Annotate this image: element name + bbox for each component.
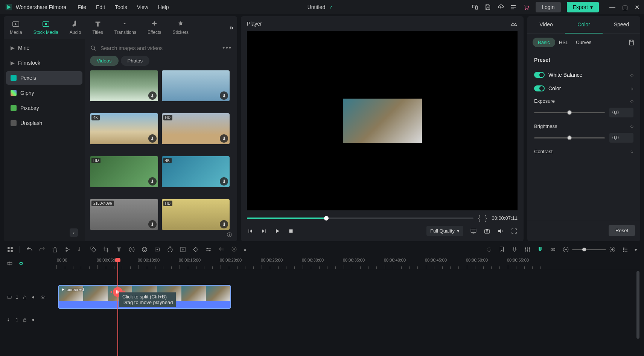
volume-icon[interactable]: [497, 228, 504, 234]
crop-icon[interactable]: [103, 246, 110, 253]
menu-view[interactable]: View: [137, 4, 148, 10]
split-icon[interactable]: [64, 246, 71, 253]
dropdown-icon[interactable]: ▾: [635, 247, 637, 253]
mark-out-icon[interactable]: }: [485, 214, 487, 222]
document-title[interactable]: Untitled: [308, 4, 325, 10]
scope-icon[interactable]: [510, 20, 518, 27]
info-icon[interactable]: ⓘ: [227, 231, 232, 238]
download-icon[interactable]: ⬇: [220, 177, 228, 186]
download-icon[interactable]: ⬇: [220, 220, 228, 228]
list-icon[interactable]: [510, 4, 517, 11]
zoom-thumb[interactable]: [582, 248, 586, 251]
keyframe-icon[interactable]: [629, 149, 634, 154]
tab-transitions[interactable]: Transitions: [112, 18, 139, 37]
media-thumb[interactable]: ⬇: [162, 70, 230, 101]
magnet-icon[interactable]: [537, 246, 544, 253]
snapshot-icon[interactable]: [484, 228, 490, 234]
view-options-icon[interactable]: [622, 246, 629, 253]
progress-thumb[interactable]: [324, 216, 329, 221]
stop-icon[interactable]: [288, 228, 294, 234]
timeline-scrollbar[interactable]: [636, 271, 639, 339]
sidebar-item-filmstock[interactable]: ▶Filmstock: [6, 56, 82, 70]
player-viewport[interactable]: [247, 31, 518, 210]
keyframe-icon[interactable]: [629, 72, 634, 77]
menu-file[interactable]: File: [78, 4, 86, 10]
quality-dropdown[interactable]: Full Quality▾: [426, 226, 463, 236]
devices-icon[interactable]: [472, 4, 478, 11]
login-button[interactable]: Login: [536, 2, 560, 12]
more-options-icon[interactable]: •••: [222, 44, 232, 52]
expand-tabs-icon[interactable]: »: [230, 24, 233, 32]
tab-stock-media[interactable]: Stock Media: [31, 18, 61, 37]
undo-icon[interactable]: [26, 246, 33, 253]
minimize-icon[interactable]: —: [609, 4, 615, 11]
sidebar-item-mine[interactable]: ▶Mine: [6, 41, 82, 55]
fit-icon[interactable]: [180, 246, 186, 253]
tab-audio[interactable]: Audio: [67, 18, 84, 37]
search-input[interactable]: [100, 45, 219, 51]
subtab-curves[interactable]: Curves: [576, 40, 591, 45]
link-tracks-icon[interactable]: [18, 260, 24, 266]
video-track-header[interactable]: 1: [4, 284, 56, 310]
brightness-value[interactable]: 0,0: [609, 133, 633, 143]
media-thumb[interactable]: ⬇: [90, 70, 158, 101]
save-icon[interactable]: [484, 4, 491, 11]
keyframe-tool-icon[interactable]: [192, 246, 199, 253]
timer-icon[interactable]: [167, 246, 174, 253]
cloud-icon[interactable]: [497, 4, 504, 11]
timeline-tracks-area[interactable]: :00:0000:00:05:0000:00:10:0000:00:15:000…: [56, 258, 640, 356]
download-icon[interactable]: ⬇: [148, 220, 157, 228]
sidebar-item-unsplash[interactable]: Unsplash: [6, 116, 82, 130]
slider-thumb[interactable]: [567, 135, 572, 140]
download-icon[interactable]: ⬇: [148, 134, 157, 143]
save-preset-icon[interactable]: [628, 39, 635, 46]
link-icon[interactable]: [550, 246, 556, 253]
zoom-out-icon[interactable]: [562, 246, 569, 253]
mixer-icon[interactable]: [524, 246, 531, 253]
visibility-icon[interactable]: [40, 295, 46, 300]
keyframe-icon[interactable]: [629, 86, 634, 91]
speed-icon[interactable]: [128, 246, 135, 253]
subtab-hsl[interactable]: HSL: [559, 40, 568, 45]
zoom-in-icon[interactable]: [609, 246, 616, 253]
mute-icon[interactable]: [31, 295, 37, 300]
toggle-color[interactable]: [534, 85, 545, 91]
reset-button[interactable]: Reset: [609, 225, 635, 236]
adjust-icon[interactable]: [205, 246, 212, 253]
media-thumb[interactable]: 4K⬇: [90, 113, 158, 144]
audio-track-header[interactable]: 1: [4, 310, 56, 329]
thumb-grid[interactable]: ⬇ ⬇ 4K⬇ HD⬇ HD⬇ 4K⬇ 2160x4096⬇ HD⬇: [90, 70, 232, 238]
lock-icon[interactable]: [22, 317, 27, 323]
marker-dot-icon[interactable]: [486, 246, 492, 253]
fullscreen-icon[interactable]: [511, 228, 518, 234]
mic-icon[interactable]: [511, 246, 518, 253]
exposure-slider[interactable]: [534, 112, 605, 113]
playhead[interactable]: [117, 258, 118, 356]
slider-thumb[interactable]: [567, 110, 572, 115]
marker-icon[interactable]: [498, 246, 505, 253]
zoom-slider[interactable]: [572, 249, 606, 250]
collapse-sidebar-button[interactable]: ‹: [70, 228, 78, 237]
export-button[interactable]: Export▾: [567, 2, 599, 12]
exposure-value[interactable]: 0,0: [609, 108, 633, 117]
record-icon[interactable]: [231, 246, 238, 253]
delete-icon[interactable]: [52, 246, 58, 253]
next-frame-icon[interactable]: [260, 228, 267, 234]
mark-in-icon[interactable]: {: [478, 214, 480, 222]
brightness-slider[interactable]: [534, 137, 605, 138]
prev-frame-icon[interactable]: [247, 228, 254, 234]
display-icon[interactable]: [470, 228, 477, 234]
audio-track[interactable]: [56, 310, 640, 329]
close-icon[interactable]: ✕: [635, 4, 639, 11]
sidebar-item-pexels[interactable]: Pexels: [6, 71, 82, 85]
pill-videos[interactable]: Videos: [90, 56, 119, 66]
mute-icon[interactable]: [31, 317, 37, 323]
lock-icon[interactable]: [22, 295, 27, 300]
maximize-icon[interactable]: ▢: [622, 4, 628, 11]
tab-video[interactable]: Video: [527, 16, 565, 33]
music-icon[interactable]: [77, 246, 84, 253]
text-icon[interactable]: [116, 246, 122, 253]
tab-color[interactable]: Color: [565, 16, 603, 33]
tab-stickers[interactable]: Stickers: [170, 18, 191, 37]
media-thumb[interactable]: HD⬇: [162, 113, 230, 144]
